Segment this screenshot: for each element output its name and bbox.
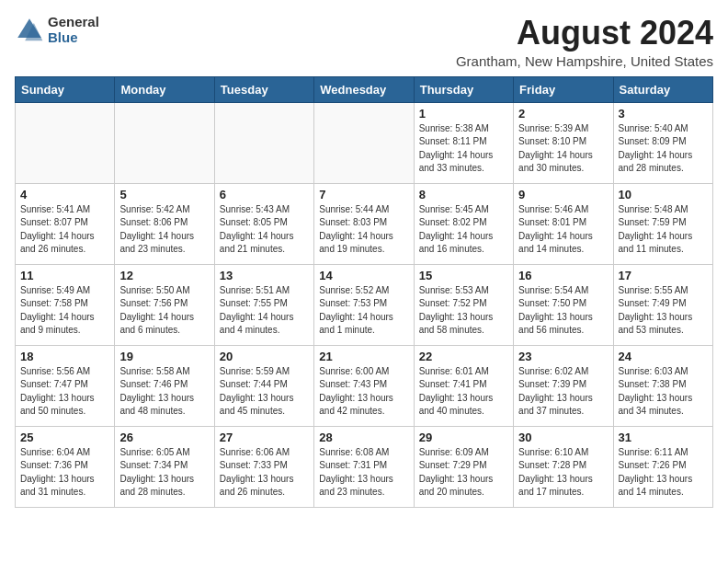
day-detail: Sunrise: 6:03 AMSunset: 7:38 PMDaylight:… <box>619 365 708 419</box>
logo-general-label: General <box>48 15 99 30</box>
day-cell-0-2 <box>214 102 313 183</box>
day-detail: Sunrise: 6:08 AMSunset: 7:31 PMDaylight:… <box>319 446 408 500</box>
day-detail: Sunrise: 5:54 AMSunset: 7:50 PMDaylight:… <box>518 284 608 338</box>
location-label: Grantham, New Hampshire, United States <box>456 53 713 69</box>
day-cell-2-1: 12Sunrise: 5:50 AMSunset: 7:56 PMDayligh… <box>115 264 214 345</box>
day-detail: Sunrise: 5:46 AMSunset: 8:01 PMDaylight:… <box>518 203 608 257</box>
day-cell-4-6: 31Sunrise: 6:11 AMSunset: 7:26 PMDayligh… <box>613 426 712 507</box>
day-number: 16 <box>518 269 608 282</box>
day-number: 30 <box>518 431 608 444</box>
day-cell-3-2: 20Sunrise: 5:59 AMSunset: 7:44 PMDayligh… <box>214 345 313 426</box>
day-detail: Sunrise: 6:02 AMSunset: 7:39 PMDaylight:… <box>518 365 608 419</box>
day-cell-4-2: 27Sunrise: 6:06 AMSunset: 7:33 PMDayligh… <box>214 426 313 507</box>
day-number: 17 <box>619 269 708 282</box>
day-detail: Sunrise: 5:52 AMSunset: 7:53 PMDaylight:… <box>319 284 408 338</box>
col-sunday: Sunday <box>16 76 115 102</box>
col-friday: Friday <box>514 76 613 102</box>
day-number: 29 <box>419 431 508 444</box>
day-detail: Sunrise: 5:51 AMSunset: 7:55 PMDaylight:… <box>220 284 309 338</box>
logo-icon <box>15 16 44 45</box>
day-detail: Sunrise: 5:44 AMSunset: 8:03 PMDaylight:… <box>319 203 408 257</box>
col-thursday: Thursday <box>414 76 513 102</box>
day-detail: Sunrise: 5:55 AMSunset: 7:49 PMDaylight:… <box>619 284 708 338</box>
day-detail: Sunrise: 6:11 AMSunset: 7:26 PMDaylight:… <box>619 446 708 500</box>
day-cell-3-6: 24Sunrise: 6:03 AMSunset: 7:38 PMDayligh… <box>613 345 712 426</box>
day-cell-1-4: 8Sunrise: 5:45 AMSunset: 8:02 PMDaylight… <box>414 183 513 264</box>
day-detail: Sunrise: 6:00 AMSunset: 7:43 PMDaylight:… <box>319 365 408 419</box>
day-cell-3-5: 23Sunrise: 6:02 AMSunset: 7:39 PMDayligh… <box>514 345 613 426</box>
day-detail: Sunrise: 5:56 AMSunset: 7:47 PMDaylight:… <box>20 365 109 419</box>
day-cell-1-3: 7Sunrise: 5:44 AMSunset: 8:03 PMDaylight… <box>314 183 414 264</box>
day-cell-3-3: 21Sunrise: 6:00 AMSunset: 7:43 PMDayligh… <box>314 345 414 426</box>
day-detail: Sunrise: 6:06 AMSunset: 7:33 PMDaylight:… <box>220 446 309 500</box>
day-number: 31 <box>619 431 708 444</box>
month-year-title: August 2024 <box>456 15 713 52</box>
day-cell-3-0: 18Sunrise: 5:56 AMSunset: 7:47 PMDayligh… <box>16 345 115 426</box>
day-detail: Sunrise: 5:53 AMSunset: 7:52 PMDaylight:… <box>419 284 508 338</box>
day-detail: Sunrise: 5:45 AMSunset: 8:02 PMDaylight:… <box>419 203 508 257</box>
day-number: 23 <box>518 350 608 363</box>
day-cell-2-2: 13Sunrise: 5:51 AMSunset: 7:55 PMDayligh… <box>214 264 313 345</box>
day-number: 15 <box>419 269 508 282</box>
day-detail: Sunrise: 5:41 AMSunset: 8:07 PMDaylight:… <box>20 203 109 257</box>
day-detail: Sunrise: 5:38 AMSunset: 8:11 PMDaylight:… <box>419 122 508 176</box>
page-container: General Blue August 2024 Grantham, New H… <box>0 0 728 517</box>
day-number: 2 <box>518 107 608 121</box>
day-number: 22 <box>419 350 508 363</box>
week-row-3: 11Sunrise: 5:49 AMSunset: 7:58 PMDayligh… <box>16 264 713 345</box>
week-row-4: 18Sunrise: 5:56 AMSunset: 7:47 PMDayligh… <box>16 345 713 426</box>
day-cell-1-6: 10Sunrise: 5:48 AMSunset: 7:59 PMDayligh… <box>613 183 712 264</box>
day-detail: Sunrise: 5:59 AMSunset: 7:44 PMDaylight:… <box>220 365 309 419</box>
day-detail: Sunrise: 5:58 AMSunset: 7:46 PMDaylight:… <box>119 365 209 419</box>
day-number: 24 <box>619 350 708 363</box>
logo-blue-label: Blue <box>48 30 99 46</box>
day-number: 6 <box>220 188 309 201</box>
day-cell-4-1: 26Sunrise: 6:05 AMSunset: 7:34 PMDayligh… <box>115 426 214 507</box>
day-number: 8 <box>419 188 508 201</box>
day-number: 4 <box>20 188 109 201</box>
day-cell-4-5: 30Sunrise: 6:10 AMSunset: 7:28 PMDayligh… <box>514 426 613 507</box>
day-detail: Sunrise: 6:04 AMSunset: 7:36 PMDaylight:… <box>20 446 109 500</box>
col-wednesday: Wednesday <box>314 76 414 102</box>
week-row-5: 25Sunrise: 6:04 AMSunset: 7:36 PMDayligh… <box>16 426 713 507</box>
day-detail: Sunrise: 6:09 AMSunset: 7:29 PMDaylight:… <box>419 446 508 500</box>
col-tuesday: Tuesday <box>214 76 313 102</box>
week-row-1: 1Sunrise: 5:38 AMSunset: 8:11 PMDaylight… <box>16 102 713 183</box>
day-cell-4-4: 29Sunrise: 6:09 AMSunset: 7:29 PMDayligh… <box>414 426 513 507</box>
day-detail: Sunrise: 5:50 AMSunset: 7:56 PMDaylight:… <box>119 284 209 338</box>
day-detail: Sunrise: 6:05 AMSunset: 7:34 PMDaylight:… <box>119 446 209 500</box>
title-block: August 2024 Grantham, New Hampshire, Uni… <box>456 15 713 69</box>
day-number: 18 <box>20 350 109 363</box>
day-cell-1-0: 4Sunrise: 5:41 AMSunset: 8:07 PMDaylight… <box>16 183 115 264</box>
day-cell-0-6: 3Sunrise: 5:40 AMSunset: 8:09 PMDaylight… <box>613 102 712 183</box>
day-detail: Sunrise: 6:01 AMSunset: 7:41 PMDaylight:… <box>419 365 508 419</box>
day-cell-1-5: 9Sunrise: 5:46 AMSunset: 8:01 PMDaylight… <box>514 183 613 264</box>
day-detail: Sunrise: 5:40 AMSunset: 8:09 PMDaylight:… <box>619 122 708 176</box>
day-detail: Sunrise: 5:43 AMSunset: 8:05 PMDaylight:… <box>220 203 309 257</box>
day-number: 12 <box>119 269 209 282</box>
day-number: 7 <box>319 188 408 201</box>
day-cell-1-2: 6Sunrise: 5:43 AMSunset: 8:05 PMDaylight… <box>214 183 313 264</box>
day-number: 9 <box>518 188 608 201</box>
day-detail: Sunrise: 5:48 AMSunset: 7:59 PMDaylight:… <box>619 203 708 257</box>
day-number: 14 <box>319 269 408 282</box>
day-number: 28 <box>319 431 408 444</box>
day-detail: Sunrise: 6:10 AMSunset: 7:28 PMDaylight:… <box>518 446 608 500</box>
day-detail: Sunrise: 5:49 AMSunset: 7:58 PMDaylight:… <box>20 284 109 338</box>
day-number: 21 <box>319 350 408 363</box>
day-number: 25 <box>20 431 109 444</box>
day-cell-0-0 <box>16 102 115 183</box>
day-detail: Sunrise: 5:39 AMSunset: 8:10 PMDaylight:… <box>518 122 608 176</box>
col-monday: Monday <box>115 76 214 102</box>
day-cell-2-6: 17Sunrise: 5:55 AMSunset: 7:49 PMDayligh… <box>613 264 712 345</box>
week-row-2: 4Sunrise: 5:41 AMSunset: 8:07 PMDaylight… <box>16 183 713 264</box>
header-row: Sunday Monday Tuesday Wednesday Thursday… <box>16 76 713 102</box>
day-number: 13 <box>220 269 309 282</box>
day-number: 19 <box>119 350 209 363</box>
day-number: 20 <box>220 350 309 363</box>
day-number: 3 <box>619 107 708 121</box>
day-cell-4-3: 28Sunrise: 6:08 AMSunset: 7:31 PMDayligh… <box>314 426 414 507</box>
day-number: 26 <box>119 431 209 444</box>
day-detail: Sunrise: 5:42 AMSunset: 8:06 PMDaylight:… <box>119 203 209 257</box>
day-number: 10 <box>619 188 708 201</box>
